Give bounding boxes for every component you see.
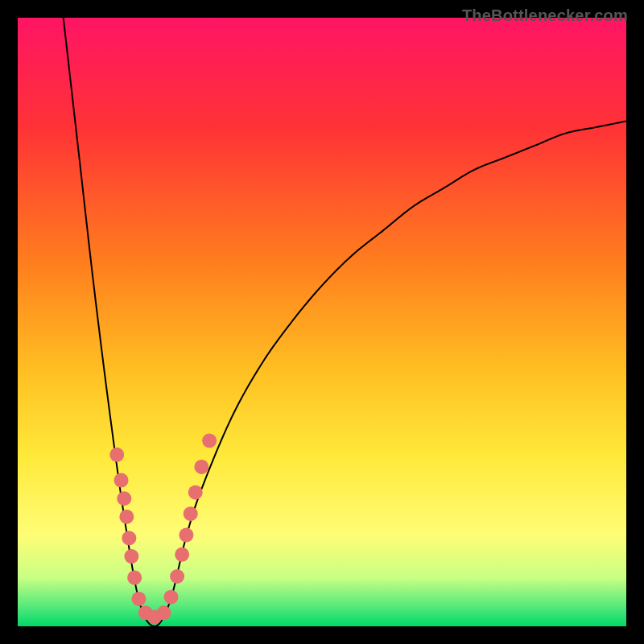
bottleneck-curve bbox=[64, 18, 626, 626]
data-marker bbox=[114, 473, 129, 488]
data-marker bbox=[188, 485, 203, 500]
data-marker bbox=[194, 460, 208, 474]
data-marker bbox=[122, 530, 136, 545]
curve-layer bbox=[18, 18, 626, 626]
data-marker bbox=[184, 506, 198, 521]
plot-area bbox=[18, 18, 626, 626]
data-marker bbox=[179, 528, 193, 543]
data-marker bbox=[170, 569, 184, 584]
data-marker bbox=[164, 590, 179, 605]
data-marker bbox=[119, 510, 134, 524]
data-marker bbox=[124, 549, 138, 564]
data-marker bbox=[127, 571, 142, 585]
watermark-text: TheBottlenecker.com bbox=[462, 6, 628, 25]
chart-frame: TheBottlenecker.com bbox=[0, 0, 644, 644]
data-marker bbox=[202, 433, 217, 448]
data-marker bbox=[109, 448, 124, 462]
data-marker bbox=[117, 491, 131, 506]
data-marker bbox=[175, 547, 189, 562]
data-marker bbox=[131, 592, 146, 606]
data-marker bbox=[156, 605, 171, 620]
